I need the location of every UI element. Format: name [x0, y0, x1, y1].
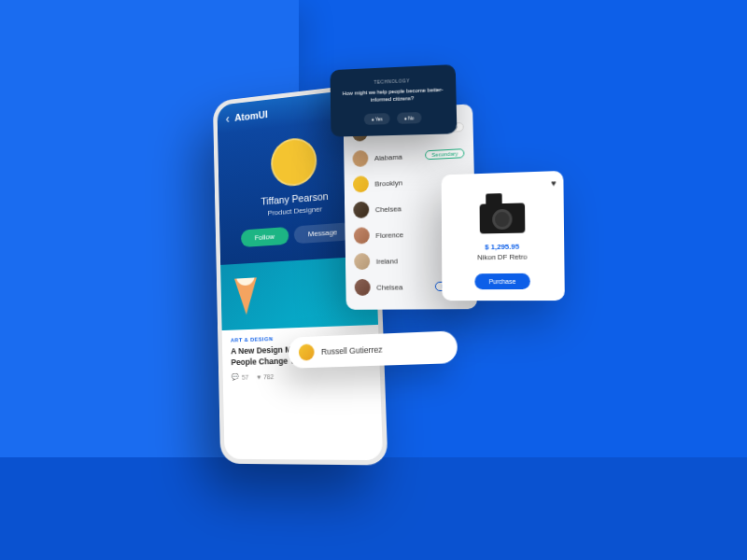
list-name: Alabama — [374, 151, 419, 161]
message-button[interactable]: Message — [293, 222, 352, 244]
product-card: ♥ $ 1,295.95 Nikon DF Retro Purchase — [442, 171, 565, 301]
poll-category: TECHNOLOGY — [341, 77, 444, 87]
avatar — [354, 253, 370, 270]
cone-icon — [234, 277, 258, 315]
likes-count: ♥ 782 — [257, 372, 274, 380]
favorite-icon[interactable]: ♥ — [551, 178, 556, 188]
avatar — [353, 202, 369, 218]
avatar — [353, 175, 369, 192]
camera-icon — [492, 209, 513, 230]
poll-yes-button[interactable]: ● Yes — [364, 113, 389, 125]
profile-avatar[interactable] — [270, 136, 317, 188]
background-shelf — [0, 457, 747, 560]
product-name: Nikon DF Retro — [452, 252, 553, 261]
poll-card: TECHNOLOGY How might we help people beco… — [330, 64, 457, 137]
article-meta: 💬 57 ♥ 782 — [232, 371, 371, 381]
app-title: AtomUI — [234, 108, 268, 122]
product-image — [474, 190, 529, 233]
poll-no-button[interactable]: ● No — [397, 112, 421, 124]
poll-question: How might we help people become better-i… — [341, 86, 445, 105]
comments-count: 💬 57 — [232, 373, 248, 381]
product-price: $ 1,295.95 — [452, 242, 553, 252]
chip-avatar — [299, 343, 315, 360]
avatar — [352, 150, 368, 167]
purchase-button[interactable]: Purchase — [474, 273, 530, 289]
list-name: Chelsea — [376, 282, 429, 291]
poll-actions: ● Yes ● No — [341, 111, 445, 125]
tag-secondary: Secondary — [425, 148, 464, 160]
user-chip[interactable]: Russell Gutierrez — [289, 330, 458, 369]
back-icon[interactable]: ‹ — [225, 111, 230, 126]
avatar — [355, 279, 371, 296]
avatar — [354, 227, 370, 244]
follow-button[interactable]: Follow — [241, 227, 289, 247]
chip-name: Russell Gutierrez — [321, 345, 383, 357]
